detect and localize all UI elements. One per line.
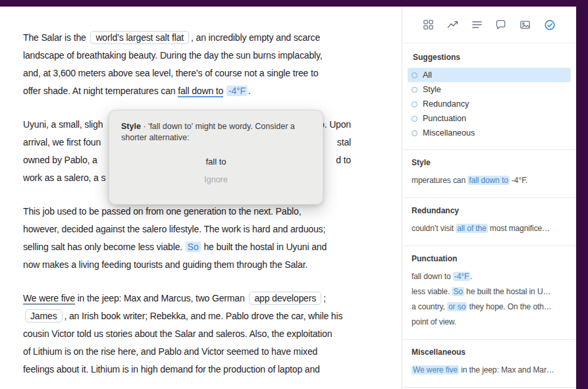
- text-line: and, at 3,600 meters above sea level, th…: [23, 65, 402, 82]
- suggestion-highlighted-text[interactable]: So: [186, 242, 201, 252]
- section-title: Punctuation: [412, 254, 567, 263]
- text-fragment: d to: [336, 151, 351, 169]
- filter-label: Punctuation: [423, 114, 466, 123]
- text-run: they hope. On the oth…: [467, 302, 551, 311]
- suggestion-item[interactable]: less viable. So he built the hostal in U…: [412, 284, 567, 299]
- text-run: work as a salero, a s: [23, 172, 105, 183]
- text-run: .: [248, 86, 251, 96]
- text-fragment: work as a salero, a s: [23, 169, 105, 187]
- text-run: -4°F.: [510, 176, 528, 185]
- suggestion-boxed-text[interactable]: app developers: [249, 292, 321, 305]
- suggestion-item[interactable]: We were five in the jeep: Max and Mar…: [412, 363, 567, 378]
- filter-label: Redundancy: [423, 99, 469, 109]
- text-run: , an incredibly empty and scarce: [191, 32, 320, 43]
- text-line: landscape of breathtaking beauty. During…: [23, 47, 402, 65]
- trend-chart-icon[interactable]: [447, 19, 458, 30]
- text-line: This job used to be passed on from one g…: [23, 203, 402, 220]
- text-run: couldn’t visit: [412, 224, 456, 233]
- text-run: , an Irish book writer; Rebekka, and me.…: [65, 311, 343, 321]
- ignore-button[interactable]: Ignore: [121, 175, 311, 184]
- text-run: stal: [337, 137, 351, 147]
- sidebar-sections: Stylemperatures can fall down to -4°F.Re…: [402, 149, 576, 387]
- grid-icon[interactable]: [423, 19, 434, 30]
- text-run: in the jeep: Max and Mar…: [459, 365, 554, 375]
- image-icon[interactable]: [520, 19, 531, 30]
- text-run: fall down to: [412, 272, 453, 281]
- text-run: arrival, we first foun: [23, 137, 101, 147]
- section-title: Redundancy: [412, 206, 567, 215]
- text-run: mperatures can: [412, 176, 468, 185]
- replacement-button[interactable]: fall to: [121, 157, 311, 167]
- text-run: most magnifice…: [488, 224, 550, 233]
- section-title: Style: [412, 158, 567, 167]
- suggestion-item[interactable]: a country, or so they hope. On the oth…: [412, 299, 567, 315]
- check-badge-icon[interactable]: [544, 19, 556, 31]
- text-run: ;: [323, 293, 326, 303]
- popover-message: Style · 'fall down to' might be wordy. C…: [121, 121, 311, 143]
- text-run: o. Upon: [319, 119, 351, 130]
- editor-pane[interactable]: The Salar is the world’s largest salt fl…: [0, 7, 402, 389]
- suggestion-popover: Style · 'fall down to' might be wordy. C…: [109, 110, 323, 205]
- highlighted-fragment: fall down to: [468, 176, 510, 185]
- text-run: d to: [336, 155, 351, 165]
- text-run: he built the hostal in Uyuni and: [201, 242, 327, 252]
- highlighted-fragment: all of the: [456, 224, 487, 233]
- text-run: Uyuni, a small, sligh: [23, 119, 103, 130]
- section-title: Miscellaneous: [412, 348, 567, 357]
- suggestion-item[interactable]: couldn’t visit all of the most magnifice…: [412, 221, 567, 236]
- filter-label: Miscellaneous: [423, 128, 475, 138]
- text-run: a country,: [412, 302, 447, 311]
- paragraph: This job used to be passed on from one g…: [23, 203, 402, 274]
- sidebar-toolbar: [402, 7, 576, 43]
- text-line: feelings about it. Lithium is in high de…: [23, 361, 402, 378]
- suggestion-highlighted-text[interactable]: -4°F: [227, 86, 248, 96]
- category-circle-icon: [412, 87, 417, 93]
- suggestions-sidebar: Suggestions AllStyleRedundancyPunctuatio…: [402, 7, 576, 389]
- list-icon[interactable]: [471, 19, 483, 30]
- text-run: The Salar is the: [23, 32, 88, 43]
- text-run: This job used to be passed on from one g…: [23, 206, 301, 217]
- filter-all[interactable]: All: [408, 68, 571, 82]
- text-run: [223, 86, 226, 96]
- suggestions-title: Suggestions: [413, 53, 571, 62]
- text-run: selling salt has only become less viable…: [23, 242, 185, 252]
- filter-label: All: [423, 70, 432, 80]
- suggestion-section-redundancy: Redundancycouldn’t visit all of the most…: [402, 197, 576, 246]
- filter-label: Style: [423, 85, 441, 94]
- text-fragment: arrival, we first foun: [23, 134, 101, 151]
- suggestion-boxed-text[interactable]: world’s largest salt flat: [90, 31, 189, 44]
- text-run: of Lithium is on the rise here, and Pabl…: [23, 346, 317, 357]
- filter-miscellaneous[interactable]: Miscellaneous: [408, 126, 571, 140]
- category-circle-icon: [412, 116, 417, 122]
- text-fragment: o. Upon: [319, 116, 351, 134]
- text-run: offer shade. At night temperatures can: [23, 86, 178, 96]
- text-run: however, decided against the salero life…: [23, 224, 325, 234]
- text-run: landscape of breathtaking beauty. During…: [23, 50, 323, 61]
- app-window: The Salar is the world’s largest salt fl…: [0, 7, 576, 389]
- filter-redundancy[interactable]: Redundancy: [408, 97, 571, 111]
- suggestion-boxed-text[interactable]: James: [25, 309, 63, 323]
- text-run: and, at 3,600 meters above sea level, th…: [23, 68, 318, 78]
- text-line: now makes a living feeding tourists and …: [23, 256, 402, 274]
- filters-panel: Suggestions AllStyleRedundancyPunctuatio…: [402, 43, 576, 149]
- highlighted-fragment: We were five: [412, 365, 459, 375]
- text-line: cousin Victor told us stories about the …: [23, 325, 402, 343]
- filter-style[interactable]: Style: [408, 82, 571, 97]
- suggestion-item[interactable]: mperatures can fall down to -4°F.: [412, 173, 567, 188]
- popover-category: Style: [121, 122, 141, 131]
- text-run: owned by Pablo, a: [23, 155, 97, 165]
- suggestion-item[interactable]: fall down to -4°F.: [412, 269, 567, 284]
- suggestion-underlined-text[interactable]: fall down to: [178, 86, 223, 97]
- suggestion-item[interactable]: point of view.: [412, 315, 567, 330]
- text-line: of Lithium is on the rise here, and Pabl…: [23, 343, 402, 361]
- category-circle-icon: [412, 101, 417, 107]
- comment-icon[interactable]: [495, 19, 506, 30]
- paragraph: We were five in the jeep: Max and Marcus…: [23, 290, 402, 378]
- highlighted-fragment: or so: [447, 302, 467, 311]
- highlighted-fragment: -4°F: [453, 272, 470, 281]
- filter-punctuation[interactable]: Punctuation: [408, 111, 571, 126]
- category-circle-icon: [412, 130, 417, 136]
- text-run: less viable.: [412, 287, 452, 296]
- text-run: .: [470, 272, 472, 281]
- suggestion-underlined-text[interactable]: We were five: [23, 293, 75, 305]
